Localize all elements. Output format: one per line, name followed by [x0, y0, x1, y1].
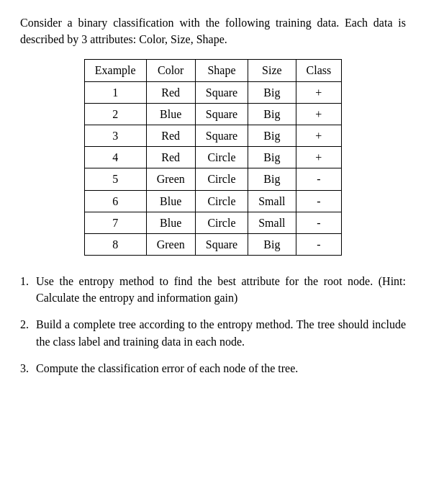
cell-r1-c2: Square	[195, 103, 248, 125]
col-example: Example	[84, 60, 146, 81]
cell-r5-c0: 6	[84, 190, 146, 212]
questions-section: 1.Use the entropy method to find the bes…	[20, 273, 406, 377]
cell-r1-c3: Big	[248, 103, 296, 125]
cell-r2-c1: Red	[146, 125, 195, 146]
cell-r1-c0: 2	[84, 103, 146, 125]
question-text-2: Build a complete tree according to the e…	[36, 316, 406, 349]
table-row: 6BlueCircleSmall-	[84, 190, 341, 212]
question-text-1: Use the entropy method to find the best …	[36, 273, 406, 306]
cell-r3-c0: 4	[84, 147, 146, 168]
cell-r4-c4: -	[296, 168, 342, 190]
cell-r3-c2: Circle	[195, 147, 248, 168]
cell-r7-c4: -	[296, 233, 342, 255]
col-shape: Shape	[195, 60, 248, 81]
training-data-table: Example Color Shape Size Class 1RedSquar…	[84, 59, 342, 256]
intro-text: Consider a binary classification with th…	[20, 17, 406, 45]
table-row: 4RedCircleBig+	[84, 147, 341, 168]
question-number-1: 1.	[20, 273, 36, 306]
cell-r2-c0: 3	[84, 125, 146, 146]
data-table-container: Example Color Shape Size Class 1RedSquar…	[20, 59, 406, 256]
col-class: Class	[296, 60, 342, 81]
cell-r3-c4: +	[296, 147, 342, 168]
col-color: Color	[146, 60, 195, 81]
cell-r2-c2: Square	[195, 125, 248, 146]
question-item-2: 2.Build a complete tree according to the…	[20, 316, 406, 349]
cell-r6-c2: Circle	[195, 212, 248, 233]
table-row: 5GreenCircleBig-	[84, 168, 341, 190]
table-row: 2BlueSquareBig+	[84, 103, 341, 125]
cell-r4-c0: 5	[84, 168, 146, 190]
cell-r3-c1: Red	[146, 147, 195, 168]
table-row: 1RedSquareBig+	[84, 81, 341, 103]
cell-r4-c2: Circle	[195, 168, 248, 190]
cell-r6-c4: -	[296, 212, 342, 233]
cell-r1-c1: Blue	[146, 103, 195, 125]
cell-r0-c3: Big	[248, 81, 296, 103]
cell-r7-c2: Square	[195, 233, 248, 255]
cell-r0-c4: +	[296, 81, 342, 103]
question-number-2: 2.	[20, 316, 36, 349]
cell-r6-c0: 7	[84, 212, 146, 233]
cell-r5-c4: -	[296, 190, 342, 212]
question-text-3: Compute the classification error of each…	[36, 360, 406, 377]
table-row: 3RedSquareBig+	[84, 125, 341, 146]
cell-r4-c1: Green	[146, 168, 195, 190]
cell-r0-c1: Red	[146, 81, 195, 103]
intro-paragraph: Consider a binary classification with th…	[20, 14, 406, 48]
cell-r2-c3: Big	[248, 125, 296, 146]
cell-r7-c0: 8	[84, 233, 146, 255]
table-header-row: Example Color Shape Size Class	[84, 60, 341, 81]
cell-r4-c3: Big	[248, 168, 296, 190]
cell-r6-c1: Blue	[146, 212, 195, 233]
cell-r7-c1: Green	[146, 233, 195, 255]
col-size: Size	[248, 60, 296, 81]
cell-r6-c3: Small	[248, 212, 296, 233]
question-item-1: 1.Use the entropy method to find the bes…	[20, 273, 406, 306]
cell-r0-c2: Square	[195, 81, 248, 103]
cell-r5-c1: Blue	[146, 190, 195, 212]
table-row: 8GreenSquareBig-	[84, 233, 341, 255]
cell-r5-c3: Small	[248, 190, 296, 212]
cell-r2-c4: +	[296, 125, 342, 146]
cell-r3-c3: Big	[248, 147, 296, 168]
cell-r1-c4: +	[296, 103, 342, 125]
question-item-3: 3.Compute the classification error of ea…	[20, 360, 406, 377]
cell-r0-c0: 1	[84, 81, 146, 103]
table-row: 7BlueCircleSmall-	[84, 212, 341, 233]
question-number-3: 3.	[20, 360, 36, 377]
cell-r7-c3: Big	[248, 233, 296, 255]
cell-r5-c2: Circle	[195, 190, 248, 212]
